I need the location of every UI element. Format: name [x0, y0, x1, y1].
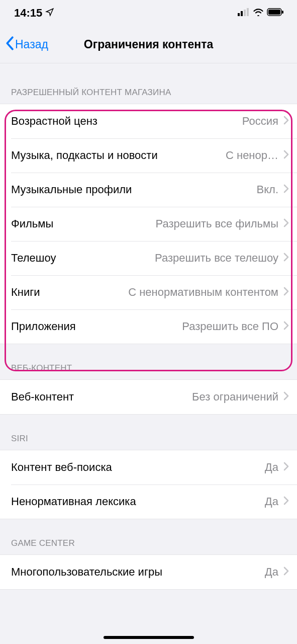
row-web-content[interactable]: Веб-контент Без ограничений [0, 380, 297, 414]
chevron-right-icon [283, 496, 289, 507]
row-profanity[interactable]: Ненормативная лексика Да [0, 485, 297, 519]
row-music-profiles[interactable]: Музыкальные профили Вкл. [0, 173, 297, 207]
section-header-siri: SIRI [0, 415, 297, 450]
row-age-rating[interactable]: Возрастной ценз Россия [0, 104, 297, 138]
chevron-right-icon [283, 321, 289, 332]
status-time: 14:15 [14, 7, 42, 20]
row-music-podcasts[interactable]: Музыка, подкасты и новости С ненор… [0, 138, 297, 173]
row-apps[interactable]: Приложения Разрешить все ПО [0, 309, 297, 344]
status-bar: 14:15 [0, 0, 297, 26]
chevron-right-icon [283, 184, 289, 195]
chevron-left-icon [5, 36, 14, 53]
chevron-right-icon [283, 391, 289, 403]
row-value: Россия [242, 115, 278, 128]
row-tv[interactable]: Телешоу Разрешить все телешоу [0, 241, 297, 275]
section-header-gamecenter: GAME CENTER [0, 519, 297, 554]
group-web: Веб-контент Без ограничений [0, 379, 297, 415]
status-time-area: 14:15 [14, 7, 54, 20]
row-books[interactable]: Книги С ненормативным контентом [0, 275, 297, 309]
row-label: Многопользовательские игры [11, 566, 168, 579]
chevron-right-icon [283, 218, 289, 229]
back-button[interactable]: Назад [5, 36, 48, 53]
battery-icon [267, 8, 284, 18]
chevron-right-icon [283, 462, 289, 473]
location-icon [45, 7, 54, 20]
chevron-right-icon [283, 150, 289, 161]
svg-rect-5 [268, 10, 280, 15]
row-label: Веб-контент [11, 390, 80, 404]
row-label: Книги [11, 286, 46, 299]
row-value: Без ограничений [192, 390, 278, 404]
cellular-icon [238, 8, 250, 18]
row-value: С ненор… [226, 149, 278, 162]
nav-bar: Назад Ограничения контента [0, 26, 297, 63]
home-indicator [104, 636, 194, 639]
row-value: Да [265, 461, 278, 474]
row-label: Контент веб-поиска [11, 461, 118, 474]
row-label: Телешоу [11, 252, 62, 265]
status-indicators [238, 8, 284, 18]
svg-rect-2 [244, 10, 246, 16]
row-value: С ненормативным контентом [128, 286, 278, 299]
group-store: Возрастной ценз Россия Музыка, подкасты … [0, 104, 297, 344]
row-value: Разрешить все телешоу [155, 252, 278, 265]
row-label: Приложения [11, 320, 82, 333]
section-header-store: РАЗРЕШЕННЫЙ КОНТЕНТ МАГАЗИНА [0, 63, 297, 104]
svg-rect-1 [241, 11, 243, 16]
wifi-icon [253, 8, 264, 18]
row-label: Фильмы [11, 217, 59, 230]
row-films[interactable]: Фильмы Разрешить все фильмы [0, 207, 297, 241]
row-value: Вкл. [257, 183, 279, 196]
svg-rect-6 [282, 11, 283, 14]
svg-rect-3 [247, 8, 249, 16]
chevron-right-icon [283, 116, 289, 127]
row-value: Разрешить все фильмы [156, 217, 279, 230]
row-value: Да [265, 495, 278, 508]
chevron-right-icon [283, 287, 289, 298]
row-label: Возрастной ценз [11, 115, 104, 128]
back-label: Назад [15, 38, 48, 51]
row-label: Музыкальные профили [11, 183, 138, 196]
row-web-search[interactable]: Контент веб-поиска Да [0, 450, 297, 485]
row-value: Разрешить все ПО [182, 320, 278, 333]
row-value: Да [265, 566, 278, 579]
section-header-web: ВЕБ-КОНТЕНТ [0, 344, 297, 379]
svg-rect-0 [238, 13, 240, 16]
chevron-right-icon [283, 253, 289, 264]
row-multiplayer[interactable]: Многопользовательские игры Да [0, 555, 297, 589]
row-label: Музыка, подкасты и новости [11, 149, 164, 162]
group-gamecenter: Многопользовательские игры Да [0, 554, 297, 590]
chevron-right-icon [283, 567, 289, 578]
row-label: Ненормативная лексика [11, 495, 142, 508]
group-siri: Контент веб-поиска Да Ненормативная лекс… [0, 450, 297, 519]
